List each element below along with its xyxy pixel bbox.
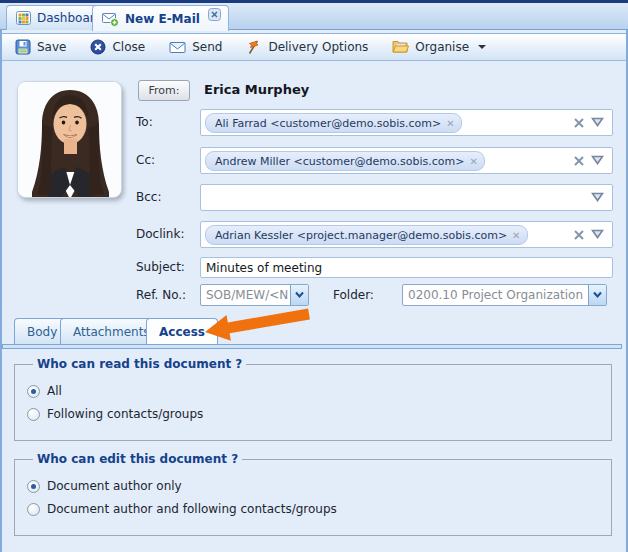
tab-attachments-label: Attachments <box>73 325 150 339</box>
tab-body-label: Body <box>27 325 57 339</box>
close-icon <box>90 39 106 55</box>
close-button[interactable]: Close <box>90 39 145 55</box>
organise-dropdown-caret-icon[interactable] <box>478 45 486 49</box>
field-dropdown-icon[interactable] <box>591 192 604 202</box>
bcc-label: Bcc: <box>136 190 161 204</box>
doclink-text: Adrian Kessler <project.manager@demo.sob… <box>215 229 507 242</box>
field-dropdown-icon[interactable] <box>591 155 604 165</box>
field-clear-icon[interactable] <box>573 117 585 129</box>
cc-recipient-text: Andrew Miller <customer@demo.sobis.com> <box>215 155 464 168</box>
organise-button[interactable]: Organise <box>392 39 486 55</box>
subject-input[interactable] <box>200 257 613 278</box>
compose-panel: Save Close Send <box>0 30 628 552</box>
window-tab-bar: Dashboard New E-Mail <box>0 3 628 30</box>
window-tab-new-email[interactable]: New E-Mail <box>92 5 229 31</box>
save-label: Save <box>37 40 66 54</box>
folder-combo[interactable]: 0200.10 Project Organization <box>402 284 607 306</box>
field-clear-icon[interactable] <box>573 229 585 241</box>
organise-icon <box>392 39 409 55</box>
send-icon <box>169 39 186 55</box>
cc-field[interactable]: Andrew Miller <customer@demo.sobis.com> … <box>200 147 613 174</box>
delivery-options-icon <box>246 39 262 55</box>
from-button[interactable]: From: <box>138 80 190 101</box>
chip-remove-icon[interactable]: ✕ <box>446 118 454 129</box>
doclink-field[interactable]: Adrian Kessler <project.manager@demo.sob… <box>200 221 613 248</box>
bcc-field[interactable] <box>200 184 613 211</box>
window-tab-new-email-label: New E-Mail <box>125 12 200 26</box>
subject-label: Subject: <box>136 260 185 274</box>
delivery-options-label: Delivery Options <box>268 40 368 54</box>
refno-combo-button[interactable] <box>290 285 308 305</box>
action-toolbar: Save Close Send <box>2 33 626 61</box>
tab-close-icon[interactable] <box>208 8 221 21</box>
edit-access-legend: Who can edit this document ? <box>33 452 242 466</box>
radio-author-only[interactable] <box>27 480 40 493</box>
read-option-following[interactable]: Following contacts/groups <box>27 407 611 421</box>
radio-following-contacts[interactable] <box>27 408 40 421</box>
save-button[interactable]: Save <box>15 39 66 55</box>
field-clear-icon[interactable] <box>573 155 585 167</box>
read-access-legend: Who can read this document ? <box>33 357 246 371</box>
tab-separator-bar <box>2 344 622 349</box>
radio-all-label: All <box>47 384 62 398</box>
read-option-all[interactable]: All <box>27 384 611 398</box>
folder-combo-button[interactable] <box>588 285 606 305</box>
radio-author-and-contacts[interactable] <box>27 503 40 516</box>
new-email-icon <box>102 11 119 27</box>
cc-label: Cc: <box>136 153 155 167</box>
organise-label: Organise <box>415 40 469 54</box>
read-access-fieldset: Who can read this document ? All Followi… <box>14 357 612 441</box>
edit-access-fieldset: Who can edit this document ? Document au… <box>14 452 612 536</box>
chip-remove-icon[interactable]: ✕ <box>512 230 520 241</box>
folder-label: Folder: <box>333 288 374 302</box>
to-recipient-text: Ali Farrad <customer@demo.sobis.com> <box>215 117 441 130</box>
combo-arrow-icon <box>294 291 305 299</box>
close-label: Close <box>112 40 145 54</box>
edit-option-author-only[interactable]: Document author only <box>27 479 611 493</box>
radio-all[interactable] <box>27 385 40 398</box>
sender-photo <box>17 81 122 198</box>
combo-arrow-icon <box>592 291 603 299</box>
to-field[interactable]: Ali Farrad <customer@demo.sobis.com> ✕ <box>200 109 613 136</box>
refno-combo[interactable]: SOB/MEW/<Nu <box>200 284 309 306</box>
save-icon <box>15 39 31 55</box>
field-dropdown-icon[interactable] <box>591 117 604 127</box>
edit-option-author-and-contacts[interactable]: Document author and following contacts/g… <box>27 502 611 516</box>
refno-value: SOB/MEW/<Nu <box>206 288 288 302</box>
to-label: To: <box>136 115 153 129</box>
email-compose-window: Dashboard New E-Mail <box>0 0 628 552</box>
radio-author-and-contacts-label: Document author and following contacts/g… <box>47 502 337 516</box>
to-recipient-chip[interactable]: Ali Farrad <customer@demo.sobis.com> ✕ <box>205 113 462 133</box>
from-name: Erica Murphey <box>204 82 309 97</box>
send-label: Send <box>192 40 222 54</box>
tab-access[interactable]: Access <box>146 318 218 344</box>
doclink-chip[interactable]: Adrian Kessler <project.manager@demo.sob… <box>205 225 528 245</box>
dashboard-grid-icon <box>16 11 31 25</box>
delivery-options-button[interactable]: Delivery Options <box>246 39 368 55</box>
field-dropdown-icon[interactable] <box>591 229 604 239</box>
cc-recipient-chip[interactable]: Andrew Miller <customer@demo.sobis.com> … <box>205 151 485 171</box>
doclink-label: Doclink: <box>136 227 184 241</box>
send-button[interactable]: Send <box>169 39 222 55</box>
tab-access-label: Access <box>159 325 205 339</box>
radio-following-contacts-label: Following contacts/groups <box>47 407 203 421</box>
chip-remove-icon[interactable]: ✕ <box>469 156 477 167</box>
refno-label: Ref. No.: <box>136 288 186 302</box>
folder-value: 0200.10 Project Organization <box>408 288 586 302</box>
radio-author-only-label: Document author only <box>47 479 182 493</box>
